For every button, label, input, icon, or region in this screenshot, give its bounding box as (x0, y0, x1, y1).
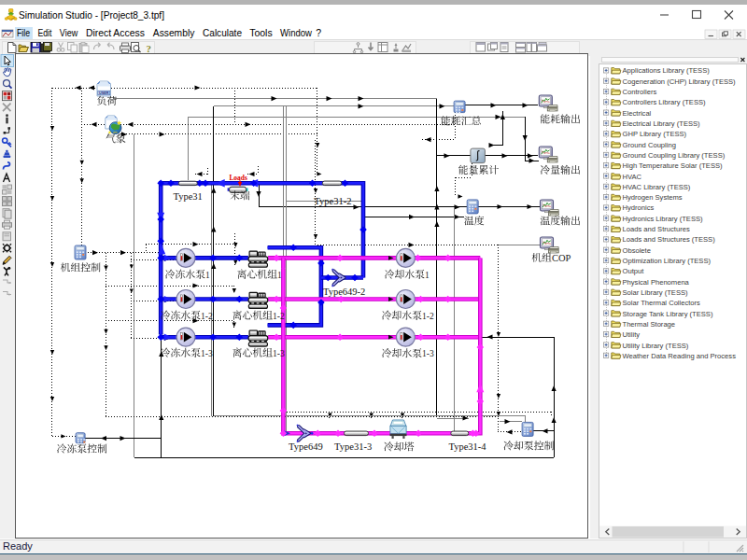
svg-text:GHP Library (TESS): GHP Library (TESS) (623, 130, 687, 138)
svg-text:Hydrogen Systems: Hydrogen Systems (623, 193, 683, 202)
svg-text:Hydronics Library (TESS): Hydronics Library (TESS) (623, 215, 704, 223)
svg-text:Ready: Ready (3, 540, 33, 552)
svg-text:Electrical: Electrical (623, 109, 652, 118)
svg-text:Loads and Structures (TESS): Loads and Structures (TESS) (623, 235, 716, 244)
svg-text:Controllers Library (TESS): Controllers Library (TESS) (623, 98, 707, 106)
svg-text:Storage Tank Library (TESS): Storage Tank Library (TESS) (623, 310, 713, 318)
svg-text:Cogeneration (CHP) Library (TE: Cogeneration (CHP) Library (TESS) (623, 77, 737, 86)
svg-text:Thermal Storage: Thermal Storage (623, 320, 676, 329)
svg-text:Weather Data Reading and Proce: Weather Data Reading and Process (623, 352, 737, 360)
svg-text:Utility: Utility (623, 330, 641, 339)
svg-text:Electrical Library (TESS): Electrical Library (TESS) (623, 119, 701, 128)
svg-text:Ground Coupling: Ground Coupling (623, 141, 676, 149)
svg-text:Hydronics: Hydronics (623, 203, 655, 212)
svg-text:Solar Library (TESS): Solar Library (TESS) (623, 288, 689, 297)
svg-text:HVAC: HVAC (623, 173, 642, 181)
svg-text:Utility Library (TESS): Utility Library (TESS) (623, 342, 689, 350)
svg-text:High Temperature Solar (TESS): High Temperature Solar (TESS) (623, 161, 724, 170)
svg-text:Ground Coupling Library (TESS): Ground Coupling Library (TESS) (623, 151, 726, 160)
svg-text:Applications Library (TESS): Applications Library (TESS) (623, 66, 711, 75)
svg-text:Solar Thermal Collectors: Solar Thermal Collectors (623, 299, 701, 307)
svg-text:Obsolete: Obsolete (623, 246, 651, 255)
svg-text:Loads and Structures: Loads and Structures (623, 225, 690, 233)
svg-text:Output: Output (623, 267, 645, 275)
svg-text:Controllers: Controllers (623, 88, 657, 96)
svg-text:HVAC Library (TESS): HVAC Library (TESS) (623, 183, 691, 191)
svg-text:Optimization Library (TESS): Optimization Library (TESS) (623, 257, 712, 265)
svg-text:Physical Phenomena: Physical Phenomena (623, 278, 690, 287)
